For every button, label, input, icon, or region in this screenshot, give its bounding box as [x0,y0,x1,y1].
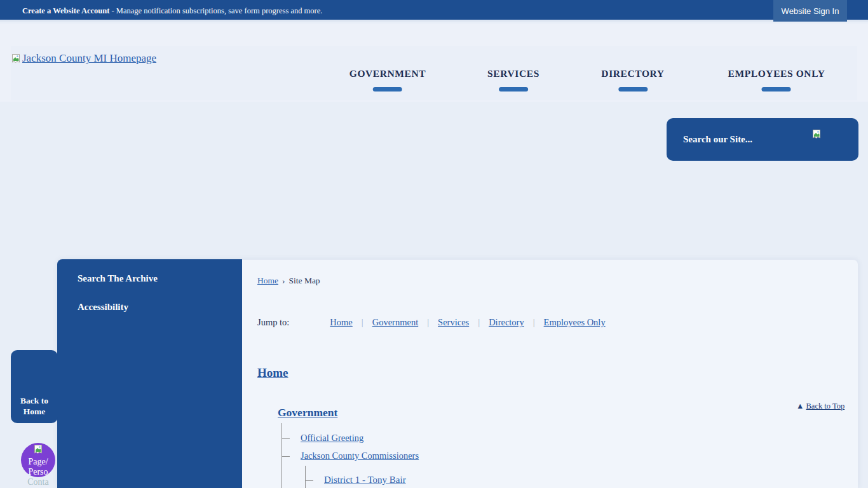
website-sign-in-button[interactable]: Website Sign In [773,0,847,22]
jump-to-row: Jump to: Home | Government | Services | … [257,317,606,328]
jump-to-separator: | [533,317,535,328]
nav-government[interactable]: GOVERNMENT [349,68,426,92]
sidebar-item-search-the-archive[interactable]: Search The Archive [57,259,242,288]
sidebar-item-accessibility[interactable]: Accessibility [57,288,242,316]
page-widget-button[interactable]: Page/ Perso Conta [21,443,55,487]
nav-services[interactable]: SERVICES [487,68,539,92]
left-sidebar: Search The Archive Accessibility [57,259,242,488]
back-to-home-line1: Back to [11,395,58,406]
search-input[interactable]: Search our Site... [683,118,752,161]
sitemap-link-official-greeting[interactable]: Official Greeting [301,433,363,444]
jump-to-separator: | [427,317,429,328]
nav-underline [762,87,791,92]
create-account-bold: Create a Website Account [22,6,109,15]
widget-text-line2: Perso [21,467,55,477]
sitemap-link-district-1-tony-bair[interactable]: District 1 - Tony Bair [324,475,406,485]
back-to-home-line2: Home [11,406,58,417]
nav-underline [373,87,402,92]
nav-directory[interactable]: DIRECTORY [601,68,664,92]
search-icon[interactable] [811,129,822,139]
back-to-top-icon: ▲ [796,402,804,410]
jump-to-directory[interactable]: Directory [489,317,524,328]
broken-image-icon [11,53,21,64]
sitemap-government-heading[interactable]: Government [278,406,337,419]
breadcrumb-home-link[interactable]: Home [257,276,278,286]
top-bar: Create a Website Account - Manage notifi… [0,0,868,22]
back-to-top-link[interactable]: ▲ Back to Top [796,402,844,411]
nav-underline [499,87,528,92]
jump-to-services[interactable]: Services [438,317,469,328]
broken-image-icon [33,444,43,454]
site-logo-link[interactable]: Jackson County MI Homepage [11,52,156,65]
tree-line [281,423,282,488]
breadcrumb-separator: › [282,276,285,286]
tree-line [282,438,290,439]
tree-line [282,456,290,457]
widget-text-line3: Conta [21,477,55,487]
create-account-link[interactable]: Create a Website Account - Manage notifi… [22,0,322,22]
jump-to-separator: | [478,317,480,328]
site-header: Jackson County MI Homepage GOVERNMENT SE… [0,24,868,102]
nav-underline [618,87,648,92]
site-search-box[interactable]: Search our Site... [667,118,858,161]
jump-to-home[interactable]: Home [330,317,352,328]
sitemap-link-jackson-county-commissioners[interactable]: Jackson County Commissioners [301,451,419,461]
jump-to-label: Jump to: [257,317,289,328]
site-logo-text: Jackson County MI Homepage [22,52,156,65]
breadcrumb: Home › Site Map [257,276,320,286]
jump-to-employees-only[interactable]: Employees Only [544,317,606,328]
jump-to-separator: | [362,317,363,328]
breadcrumb-current: Site Map [289,276,320,286]
nav-employees-only[interactable]: EMPLOYEES ONLY [728,68,825,92]
tree-line [306,480,313,481]
jump-to-government[interactable]: Government [372,317,418,328]
back-to-home-button[interactable]: Back to Home [11,350,58,423]
widget-alt-text: Page/ Perso Conta [21,443,55,487]
tree-line [305,466,306,488]
create-account-description: - Manage notification subscriptions, sav… [109,6,322,15]
sitemap-home-heading[interactable]: Home [257,366,288,380]
widget-text-line1: Page/ [21,457,55,467]
